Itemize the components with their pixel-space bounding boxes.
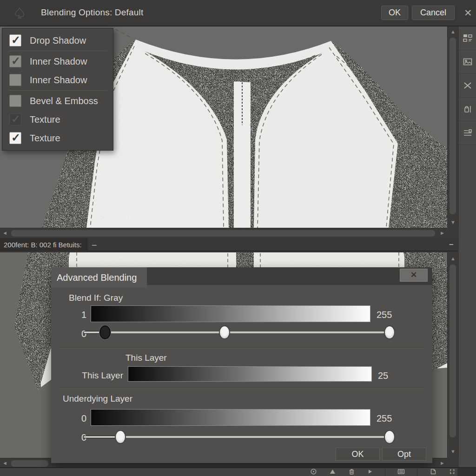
gray-gradient-ramp[interactable] — [91, 305, 370, 322]
check-icon: ✓ — [11, 33, 20, 46]
status-bar: 200fent: B: 002 fi Betuits: – – — [0, 238, 458, 251]
grid-dots-icon[interactable] — [449, 468, 456, 476]
underlying-layer-heading: Underdying Layer — [63, 394, 132, 404]
slider-handle[interactable] — [99, 325, 111, 339]
underlying-gradient-ramp[interactable] — [91, 409, 370, 426]
scroll-right-icon[interactable]: ► — [440, 461, 445, 466]
scroll-right-icon[interactable]: ► — [440, 231, 445, 236]
divider — [9, 51, 107, 51]
check-icon: ✓ — [11, 112, 20, 126]
status-dash: – — [92, 238, 96, 251]
checkbox[interactable]: ✓ — [9, 113, 21, 126]
dialog-tab-title[interactable]: Advanced Blending — [51, 267, 147, 288]
checkbox[interactable]: ✓ — [9, 55, 21, 67]
vertical-scrollbar-top[interactable]: ▲ ▼ — [447, 26, 458, 228]
style-label: Drop Shadow — [30, 35, 86, 46]
toolbar-divider — [385, 469, 385, 476]
scroll-up-icon[interactable]: ▲ — [450, 29, 456, 34]
play-icon[interactable] — [367, 468, 373, 476]
check-icon: ✓ — [11, 131, 20, 144]
style-row[interactable]: Inner Shadow — [2, 71, 113, 89]
cross-icon[interactable] — [459, 74, 476, 98]
checkbox[interactable] — [9, 95, 21, 107]
style-label: Texture — [30, 133, 60, 144]
application-window: ▲ ▼ ◄ ► ▲ ▼ ◄ ► 200fent: B: 002 fi Betui… — [0, 0, 476, 476]
scrollbar-thumb[interactable] — [11, 460, 48, 467]
style-row[interactable]: ✓Texture — [2, 110, 113, 129]
toolbar-corner — [457, 468, 476, 476]
divider — [9, 90, 107, 91]
checkbox[interactable]: ✓ — [9, 34, 21, 46]
advanced-blending-dialog: Advanced Blending ✕ Blend If: Gray 1 255… — [51, 267, 432, 463]
menu-lines-icon[interactable] — [397, 468, 405, 476]
toolbar-divider — [417, 469, 417, 476]
checkbox[interactable]: ✓ — [9, 132, 21, 144]
cancel-button[interactable]: Cancel — [412, 6, 455, 20]
style-row[interactable]: ✓Drop Shadow — [2, 31, 113, 50]
underlying-min-label: 0 — [70, 413, 86, 424]
style-row[interactable]: Bevel & Emboss — [2, 92, 113, 110]
close-icon[interactable]: ✕ — [464, 7, 472, 20]
slider-track[interactable] — [84, 331, 390, 333]
scrollbar-thumb[interactable] — [450, 38, 456, 214]
panel-sidebar — [458, 26, 476, 467]
ok-button[interactable]: OK — [381, 6, 408, 20]
checkbox[interactable] — [9, 74, 21, 86]
bottom-toolbar — [0, 467, 476, 476]
record-icon[interactable] — [310, 468, 317, 476]
style-label: Bevel & Emboss — [30, 96, 98, 106]
this-layer-caption: This Layer — [126, 353, 167, 363]
slider-handle[interactable] — [115, 430, 126, 444]
style-label: Texture — [30, 114, 60, 125]
layer-blocks-icon[interactable] — [459, 26, 476, 50]
this-layer-value: 25 — [378, 370, 388, 381]
blend-if-label: Blend If: Gray — [69, 293, 123, 303]
spade-icon — [13, 7, 26, 20]
this-layer-ramp[interactable] — [128, 366, 372, 382]
dialog-opt-button[interactable]: Opt — [382, 448, 426, 461]
dialog-close-button[interactable]: ✕ — [400, 269, 428, 282]
image-icon[interactable] — [459, 50, 476, 74]
styles-panel-rows: ✓Drop Shadow✓Inner ShadowInner ShadowBev… — [2, 31, 113, 147]
style-label: Inner Shadow — [30, 75, 87, 86]
style-row[interactable]: ✓Inner Shadow — [2, 52, 113, 71]
dialog-title-bar: Blending Options: Default OK Cancel ✕ — [0, 0, 476, 26]
slider-handle[interactable] — [384, 325, 395, 339]
ramp-min-label: 1 — [70, 310, 86, 320]
scroll-left-icon[interactable]: ◄ — [2, 231, 7, 236]
dialog-header-strip — [147, 267, 432, 285]
scroll-down-icon[interactable]: ▼ — [450, 220, 456, 225]
scroll-left-icon[interactable]: ◄ — [2, 461, 7, 466]
scrollbar-thumb[interactable] — [11, 230, 435, 237]
document-icon[interactable] — [430, 468, 436, 476]
objects-icon[interactable] — [459, 98, 476, 121]
list-icon[interactable] — [459, 121, 476, 145]
slider-track[interactable] — [84, 436, 390, 438]
layer-styles-panel: ✓Drop Shadow✓Inner ShadowInner ShadowBev… — [2, 28, 113, 151]
slider-handle[interactable] — [219, 325, 230, 339]
ramp-max-label: 255 — [377, 310, 392, 320]
zoom-status-field[interactable]: 200fent: B: 002 fi Betuits: — [0, 238, 87, 251]
scroll-down-icon[interactable]: ▼ — [450, 449, 456, 454]
style-label: Inner Shadow — [30, 56, 87, 67]
triangle-up-icon[interactable] — [329, 468, 336, 476]
check-icon: ✓ — [11, 54, 20, 67]
blend-if-slider[interactable] — [84, 325, 390, 340]
this-layer-row-label: This Layer — [63, 370, 123, 381]
slider-handle[interactable] — [384, 430, 395, 444]
underlying-slider[interactable] — [84, 430, 390, 444]
collapse-icon[interactable]: – — [449, 238, 453, 251]
style-row[interactable]: ✓Texture — [2, 129, 113, 147]
dialog-ok-button[interactable]: OK — [336, 448, 380, 461]
divider — [60, 347, 424, 348]
scrollbar-thumb[interactable] — [450, 264, 456, 437]
vertical-scrollbar-bottom[interactable]: ▲ ▼ — [447, 252, 458, 458]
scroll-up-icon[interactable]: ▲ — [450, 256, 456, 261]
trash-icon[interactable] — [348, 468, 355, 476]
underlying-max-label: 255 — [377, 413, 392, 424]
horizontal-scrollbar-top[interactable]: ◄ ► — [0, 228, 447, 238]
divider — [60, 387, 424, 388]
dialog-title: Blending Options: Default — [41, 7, 143, 18]
